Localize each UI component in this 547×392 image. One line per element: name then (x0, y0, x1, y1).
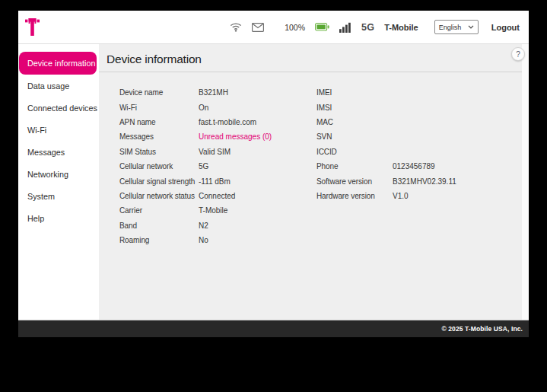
carrier-name: T-Mobile (384, 23, 418, 32)
info-row: Cellular signal strength -111 dBm (119, 174, 316, 188)
footer-bar: © 2025 T-Mobile USA, Inc. (18, 320, 529, 337)
info-row: MAC (316, 115, 522, 129)
info-row: IMSI (316, 100, 522, 114)
info-row: Software version B321MHV02.39.11 (316, 174, 522, 188)
device-info-content: Device name B321MH Wi-Fi On APN name fas… (99, 72, 522, 247)
info-label: Cellular network (119, 162, 199, 171)
info-row: ICCID (316, 145, 522, 159)
info-label: Messages (119, 132, 199, 141)
app-window: 100% 5G T-Mobile English (18, 11, 529, 337)
scrollbar-track[interactable] (522, 44, 529, 320)
info-row: IMEI (316, 85, 522, 100)
t-mobile-logo-icon (25, 18, 40, 36)
status-cluster: 100% 5G T-Mobile English (230, 20, 520, 34)
info-row: SVN (316, 129, 522, 144)
info-value: 5G (199, 162, 208, 171)
signal-bars-icon (339, 22, 351, 33)
info-row: Cellular network status Connected (119, 189, 316, 203)
main-header: Device information (99, 44, 522, 72)
language-select[interactable]: English (434, 20, 479, 34)
info-label: ICCID (316, 148, 393, 156)
info-value: Connected (199, 192, 235, 200)
info-value: fast.t-mobile.com (199, 118, 256, 126)
info-row: Device name B321MH (119, 85, 316, 100)
info-value: B321MHV02.39.11 (393, 177, 456, 186)
info-row: Wi-Fi On (119, 100, 316, 114)
info-column-left: Device name B321MH Wi-Fi On APN name fas… (119, 85, 316, 247)
unread-messages-link[interactable]: Unread messages (0) (199, 132, 272, 141)
info-label: MAC (316, 118, 393, 126)
info-label: Device name (119, 88, 199, 97)
info-label: APN name (119, 118, 199, 126)
sidebar-item-help[interactable]: Help (18, 207, 99, 229)
help-button[interactable]: ? (511, 47, 525, 61)
info-label: SIM Status (119, 148, 199, 156)
main-panel: Device information Device name B321MH Wi… (99, 44, 522, 320)
sidebar-item-device-information[interactable]: Device information (19, 52, 97, 75)
info-label: Wi-Fi (119, 104, 199, 112)
info-value: 0123456789 (393, 162, 435, 171)
info-row: Roaming No (119, 233, 316, 247)
sidebar-item-data-usage[interactable]: Data usage (18, 75, 99, 97)
network-type-badge: 5G (361, 22, 374, 33)
info-row: Phone 0123456789 (316, 159, 522, 174)
info-label: Software version (316, 177, 393, 186)
top-bar: 100% 5G T-Mobile English (18, 11, 529, 44)
info-label: Cellular network status (119, 192, 199, 200)
language-selected-value: English (439, 24, 462, 31)
logout-button[interactable]: Logout (491, 23, 520, 32)
info-label: Band (119, 221, 199, 230)
info-column-right: IMEI IMSI MAC SVN (316, 85, 522, 247)
info-value: On (199, 104, 208, 112)
info-row: Messages Unread messages (0) (119, 129, 316, 144)
info-value: No (199, 236, 208, 244)
info-label: Phone (316, 162, 393, 171)
info-label: Roaming (119, 236, 199, 244)
info-value: -111 dBm (199, 177, 231, 186)
info-label: IMSI (316, 104, 393, 112)
battery-icon (315, 23, 329, 31)
info-value: T-Mobile (199, 206, 227, 215)
chevron-down-icon (468, 25, 474, 29)
battery-percent: 100% (285, 23, 305, 32)
info-label: Hardware version (316, 192, 393, 200)
page-body: Device information Data usage Connected … (18, 44, 529, 320)
envelope-icon[interactable] (252, 23, 264, 32)
info-label: SVN (316, 132, 393, 141)
sidebar-item-connected-devices[interactable]: Connected devices (18, 97, 99, 119)
info-label: Carrier (119, 206, 199, 215)
wifi-icon (230, 22, 242, 32)
info-label: IMEI (316, 88, 393, 97)
info-row: Cellular network 5G (119, 159, 316, 174)
info-value: N2 (199, 221, 208, 230)
sidebar-nav: Device information Data usage Connected … (18, 44, 99, 320)
info-row: Band N2 (119, 218, 316, 233)
copyright-text: © 2025 T-Mobile USA, Inc. (441, 325, 523, 333)
sidebar-item-networking[interactable]: Networking (18, 163, 99, 185)
info-row: Carrier T-Mobile (119, 203, 316, 218)
info-value: V1.0 (393, 192, 409, 200)
sidebar-item-system[interactable]: System (18, 185, 99, 207)
page-title: Device information (107, 53, 202, 66)
info-row: SIM Status Valid SIM (119, 145, 316, 159)
info-row: APN name fast.t-mobile.com (119, 115, 316, 129)
info-value: Valid SIM (199, 148, 231, 156)
info-label: Cellular signal strength (119, 177, 199, 186)
sidebar-item-wifi[interactable]: Wi-Fi (18, 119, 99, 141)
sidebar-item-messages[interactable]: Messages (18, 141, 99, 163)
info-value: B321MH (199, 88, 228, 97)
info-row: Hardware version V1.0 (316, 189, 522, 203)
